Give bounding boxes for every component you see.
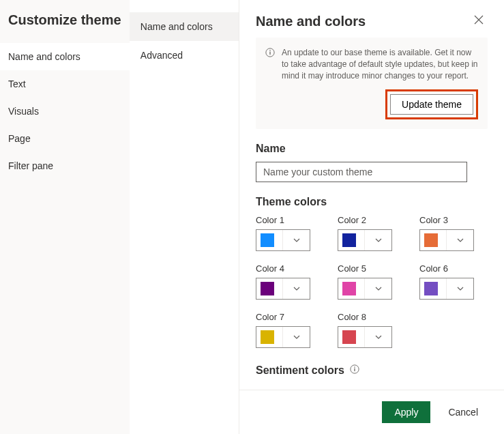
chevron-down-icon (364, 278, 391, 299)
theme-colors-heading: Theme colors (256, 196, 488, 208)
color-picker[interactable] (338, 326, 392, 348)
color-label: Color 7 (256, 312, 324, 322)
cancel-button[interactable]: Cancel (439, 401, 488, 423)
panel-footer: Apply Cancel (239, 390, 504, 434)
svg-point-4 (354, 367, 355, 368)
svg-point-1 (269, 50, 271, 51)
color-swatch (342, 282, 356, 295)
svg-rect-5 (354, 368, 355, 371)
chevron-down-icon (446, 230, 473, 250)
color-swatch (342, 233, 356, 247)
color-label: Color 5 (338, 263, 406, 274)
chevron-down-icon (446, 278, 473, 299)
color-slot: Color 6 (419, 263, 488, 300)
color-picker[interactable] (419, 278, 474, 300)
color-picker[interactable] (338, 229, 392, 251)
theme-name-input[interactable] (256, 162, 467, 182)
sidebar-item[interactable]: Text (0, 70, 130, 98)
svg-rect-2 (269, 52, 270, 55)
color-slot: Color 1 (256, 215, 324, 251)
color-slot: Color 3 (419, 215, 488, 251)
info-banner: An update to our base theme is available… (256, 38, 488, 129)
chevron-down-icon (364, 327, 391, 347)
sidebar-item[interactable]: Visuals (0, 98, 130, 125)
sub-nav-item[interactable]: Advanced (130, 41, 239, 70)
color-swatch (424, 233, 438, 247)
name-heading: Name (256, 143, 488, 155)
sub-nav-item[interactable]: Name and colors (130, 12, 239, 41)
chevron-down-icon (364, 230, 391, 250)
color-label: Color 1 (256, 215, 324, 225)
color-label: Color 2 (338, 215, 406, 225)
info-icon (265, 48, 275, 81)
color-picker[interactable] (256, 278, 310, 300)
color-picker[interactable] (419, 229, 474, 251)
close-icon[interactable] (474, 15, 488, 29)
color-slot: Color 7 (256, 312, 324, 348)
color-picker[interactable] (338, 278, 392, 300)
color-label: Color 6 (419, 263, 488, 274)
color-swatch (424, 282, 438, 295)
sidebar-item[interactable]: Name and colors (0, 43, 130, 70)
color-slot: Color 5 (338, 263, 406, 300)
update-theme-button[interactable]: Update theme (390, 94, 473, 115)
color-swatch (261, 330, 274, 344)
tutorial-highlight: Update theme (385, 89, 478, 119)
sub-nav: Name and colorsAdvanced (130, 0, 239, 434)
chevron-down-icon (282, 230, 310, 250)
color-picker[interactable] (256, 229, 310, 251)
color-label: Color 8 (338, 312, 406, 322)
sidebar-item[interactable]: Filter pane (0, 152, 130, 179)
sidebar-item[interactable]: Page (0, 125, 130, 152)
color-label: Color 4 (256, 263, 324, 274)
apply-button[interactable]: Apply (382, 401, 430, 423)
info-icon[interactable] (350, 364, 359, 377)
color-swatch (261, 282, 274, 295)
sentiment-colors-heading: Sentiment colors (256, 364, 344, 377)
page-title: Customize theme (8, 12, 130, 28)
color-slot: Color 8 (338, 312, 406, 348)
color-picker[interactable] (256, 326, 310, 348)
chevron-down-icon (282, 327, 310, 347)
panel-title: Name and colors (256, 14, 366, 29)
color-slot: Color 2 (338, 215, 406, 251)
info-text: An update to our base theme is available… (282, 47, 478, 81)
color-slot: Color 4 (256, 263, 324, 300)
color-label: Color 3 (419, 215, 488, 225)
left-sidebar: Customize theme Name and colorsTextVisua… (0, 0, 130, 434)
chevron-down-icon (282, 278, 310, 299)
color-swatch (342, 330, 356, 344)
color-swatch (261, 233, 274, 247)
panel: Name and colors An update to our base th… (239, 0, 504, 434)
